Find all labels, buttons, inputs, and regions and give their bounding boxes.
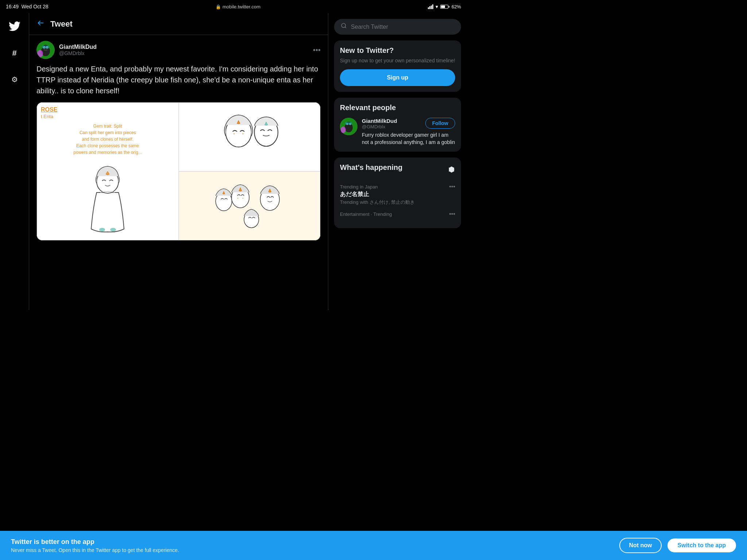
person-bio: Furry roblox developer gamer girl I am n… — [362, 132, 455, 146]
avatar-image — [36, 41, 55, 59]
sidebar-item-explore[interactable]: # — [9, 46, 19, 61]
explore-icon: # — [12, 48, 16, 58]
trend-context-1: Trending in Japan ••• — [340, 183, 455, 190]
svg-point-25 — [242, 198, 243, 199]
search-icon — [341, 23, 347, 31]
whats-happening-title: What's happening — [340, 163, 402, 172]
svg-point-15 — [242, 133, 243, 134]
search-placeholder: Search Twitter — [351, 24, 454, 30]
svg-point-24 — [237, 198, 238, 199]
image-panel-right-top — [179, 102, 321, 171]
twitter-logo — [9, 20, 20, 35]
whats-happening-settings-icon[interactable] — [448, 166, 455, 175]
svg-point-7 — [37, 50, 43, 57]
new-to-twitter-title: New to Twitter? — [340, 46, 455, 55]
person-info: GiantMilkDud @GMDrblx Follow Furry roblo… — [362, 118, 455, 146]
trend-item-2[interactable]: Entertainment · Trending ••• — [340, 211, 455, 217]
tweet-text: Designed a new Enta, and probably my new… — [36, 63, 321, 96]
person-row: GiantMilkDud @GMDrblx Follow Furry roblo… — [340, 118, 455, 146]
main-layout: # ⚙ Tweet — [0, 13, 467, 310]
svg-point-11 — [99, 228, 105, 232]
sidebar-item-settings[interactable]: ⚙ — [8, 72, 21, 87]
new-to-twitter-card: New to Twitter? Sign up now to get your … — [334, 40, 461, 92]
username: @GMDrblx — [59, 50, 97, 56]
person-handle: @GMDrblx — [362, 124, 397, 129]
tweet-container: GiantMilkDud @GMDrblx ••• Designed a new… — [29, 35, 328, 246]
status-time: 16:49 Wed Oct 28 — [6, 4, 49, 9]
tweet-header: Tweet — [29, 13, 328, 35]
more-options-button[interactable]: ••• — [313, 46, 321, 54]
url-bar-text: 🔒 mobile.twitter.com — [216, 4, 260, 9]
trend-context-2: Entertainment · Trending ••• — [340, 211, 455, 217]
trend-more-icon-2[interactable]: ••• — [449, 211, 455, 217]
status-bar: 16:49 Wed Oct 28 🔒 mobile.twitter.com ▾ … — [0, 0, 467, 13]
trend-item-1[interactable]: Trending in Japan ••• あだ名禁止 Trending wit… — [340, 183, 455, 206]
settings-icon: ⚙ — [11, 75, 18, 83]
relevant-people-title: Relevant people — [340, 104, 455, 112]
whats-happening-card: What's happening Trending in Japan ••• あ… — [334, 158, 461, 228]
trend-more-icon-1[interactable]: ••• — [449, 183, 455, 190]
relevant-people-card: Relevant people — [334, 98, 461, 152]
display-name: GiantMilkDud — [59, 44, 97, 50]
status-indicators: ▾ 62% — [428, 4, 461, 9]
rose-title: ROSE — [41, 106, 57, 113]
enta-subtitle: t Enta — [41, 114, 53, 119]
search-bar[interactable]: Search Twitter — [334, 19, 461, 35]
person-name: GiantMilkDud — [362, 118, 397, 124]
tweet-image[interactable]: ROSE t Enta Gem trait: Split Can split h… — [36, 102, 321, 241]
trend-meta-1: Trending with さん付け, 禁止の動き — [340, 199, 455, 206]
tweet-avatar[interactable] — [36, 41, 55, 59]
image-panel-left: ROSE t Enta Gem trait: Split Can split h… — [37, 102, 179, 240]
middle-content: Tweet — [29, 13, 328, 310]
image-panel-right-bottom — [179, 171, 321, 240]
svg-point-12 — [110, 228, 116, 232]
new-to-twitter-subtitle: Sign up now to get your own personalized… — [340, 58, 455, 63]
whats-happening-header: What's happening — [340, 163, 455, 178]
left-sidebar: # ⚙ — [0, 13, 29, 310]
user-names: GiantMilkDud @GMDrblx — [59, 44, 97, 56]
svg-point-36 — [341, 127, 346, 133]
person-avatar[interactable] — [340, 118, 357, 135]
page-title: Tweet — [50, 19, 73, 29]
svg-rect-37 — [345, 122, 352, 125]
wifi-icon: ▾ — [436, 4, 438, 9]
follow-button[interactable]: Follow — [425, 118, 455, 129]
signal-icon — [428, 4, 433, 9]
svg-rect-8 — [42, 46, 49, 48]
signup-button[interactable]: Sign up — [340, 69, 455, 86]
character-sketch-left — [37, 151, 178, 240]
tweet-user-row: GiantMilkDud @GMDrblx ••• — [36, 41, 321, 59]
back-button[interactable] — [36, 19, 44, 29]
lock-icon: 🔒 — [216, 4, 221, 9]
tweet-user-info: GiantMilkDud @GMDrblx — [36, 41, 97, 59]
battery-percent: 62% — [452, 4, 461, 9]
trend-name-1: あだ名禁止 — [340, 191, 455, 198]
battery-icon — [440, 5, 449, 9]
right-sidebar: Search Twitter New to Twitter? Sign up n… — [328, 13, 467, 310]
svg-point-14 — [233, 133, 235, 134]
